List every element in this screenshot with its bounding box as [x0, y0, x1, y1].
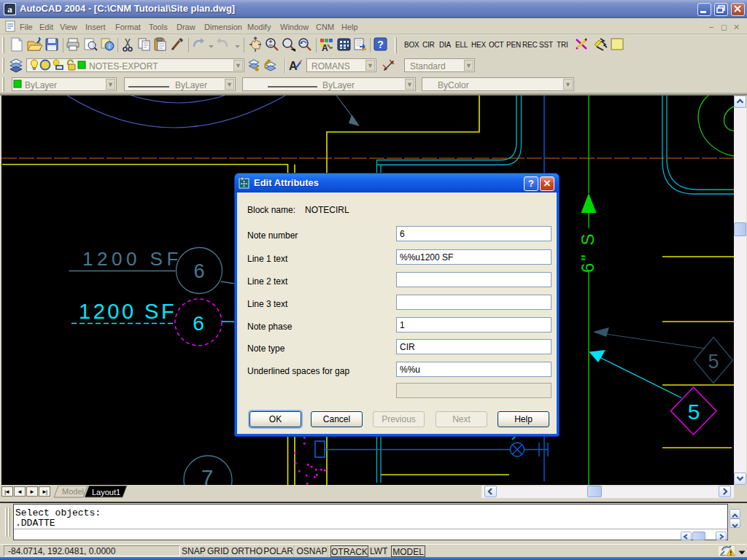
svg-text:?: ?: [377, 39, 384, 50]
svg-text:6: 6: [193, 260, 204, 282]
svg-text:5: 5: [708, 351, 719, 373]
svg-text:5: 5: [688, 400, 700, 424]
svg-text:Model: Model: [62, 487, 84, 496]
svg-text:1200 SF: 1200 SF: [79, 300, 177, 323]
svg-text:A: A: [289, 60, 298, 72]
svg-text:Layout1: Layout1: [92, 488, 120, 497]
svg-text:a: a: [7, 4, 12, 15]
svg-text:A: A: [322, 43, 328, 53]
svg-text:6: 6: [193, 312, 204, 335]
svg-text:1200 SF: 1200 SF: [82, 248, 182, 270]
svg-text:6" S: 6" S: [578, 231, 597, 273]
svg-text:7: 7: [201, 465, 214, 485]
